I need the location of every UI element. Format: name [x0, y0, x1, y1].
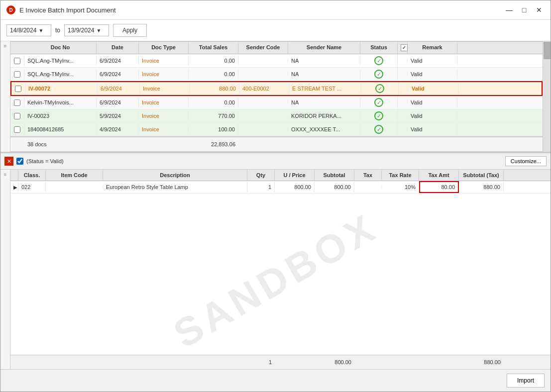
row3-remark-check — [399, 87, 409, 91]
top-grid-scrollbar[interactable] — [543, 41, 551, 152]
row5-remark: Valid — [408, 111, 457, 121]
brow1-qty: 1 — [247, 182, 275, 192]
summary-total: 22,893.06 — [189, 139, 238, 149]
row3-docno: IV-00072 — [25, 84, 98, 94]
row6-checkbox[interactable] — [10, 124, 24, 135]
title-bar: D E Invoice Batch Import Document — □ ✕ — [0, 0, 551, 20]
summary-blank6 — [360, 139, 398, 149]
table-row[interactable]: SQL.Ang-TMyInv... 6/9/2024 Invoice 0.00 … — [10, 54, 543, 68]
filter-remove-button[interactable]: ✕ — [4, 157, 13, 166]
bsum-qty: 1 — [247, 357, 275, 367]
row6-sendercode — [238, 127, 288, 131]
table-row[interactable]: 184008412685 4/9/2024 Invoice 100.00 OXX… — [10, 123, 543, 136]
app-icon: D — [6, 5, 15, 14]
minimize-button[interactable]: — — [504, 4, 515, 15]
row2-docno: SQL.Ang-TMyInv... — [24, 69, 97, 79]
bheader-taxamt: Tax Amt — [419, 170, 459, 181]
row6-docno: 184008412685 — [24, 124, 97, 134]
bheader-qty: Qty — [247, 170, 275, 181]
row1-remark-check — [398, 59, 408, 63]
row3-checkbox[interactable] — [11, 84, 25, 94]
import-button[interactable]: Import — [507, 374, 545, 388]
bsum-blank4 — [275, 357, 315, 367]
row1-date: 6/9/2024 — [97, 56, 139, 66]
row2-doctype: Invoice — [139, 69, 189, 79]
table-row[interactable]: SQL.Ang-TMyInv... 6/9/2024 Invoice 0.00 … — [10, 68, 543, 81]
top-grid-drag-handle: ≡ — [4, 43, 7, 49]
bheader-desc: Description — [103, 170, 247, 181]
summary-docs-count: 38 docs — [24, 139, 97, 149]
row5-doctype: Invoice — [139, 111, 189, 121]
row6-remark-check — [398, 127, 408, 131]
row4-sendercode — [238, 100, 288, 104]
import-bar: Import — [0, 369, 551, 392]
maximize-button[interactable]: □ — [519, 4, 530, 15]
content-area: ≡ Doc No Date Doc Type Total Sales Sende… — [0, 41, 551, 392]
table-row[interactable]: IV-00023 5/9/2024 Invoice 770.00 KORIDOR… — [10, 109, 543, 123]
top-grid-section: ≡ Doc No Date Doc Type Total Sales Sende… — [0, 41, 551, 153]
summary-blank5 — [288, 139, 360, 149]
row5-sendercode — [238, 114, 288, 118]
row4-remark-check — [398, 100, 408, 104]
table-row[interactable]: Kelvin-TMyInvois... 6/9/2024 Invoice 0.0… — [10, 96, 543, 109]
bsum-blank1 — [18, 357, 46, 367]
bheader-indicator — [10, 170, 18, 181]
date-from-input[interactable]: 14/8/2024 ▼ — [6, 24, 51, 36]
bsum-subtotaltax: 880.00 — [459, 357, 504, 367]
header-status: Status — [360, 42, 398, 54]
row1-sendername: NA — [288, 56, 360, 66]
customize-button[interactable]: Customize... — [505, 156, 547, 166]
row3-sendername: E STREAM TEST ... — [289, 84, 361, 94]
filter-checkbox[interactable] — [16, 158, 23, 165]
row3-status: ✓ — [361, 82, 399, 95]
row5-checkbox[interactable] — [10, 111, 24, 121]
status-icon: ✓ — [374, 98, 383, 107]
close-button[interactable]: ✕ — [534, 4, 545, 15]
row2-sendername: NA — [288, 69, 360, 79]
brow1-itemcode — [46, 185, 103, 189]
summary-blank4 — [238, 139, 288, 149]
bottom-grid-drag-handle: ≡ — [4, 172, 7, 177]
table-row[interactable]: ▶ IV-00072 6/9/2024 Invoice 880.00 400-E… — [10, 81, 543, 96]
remark-header-checkbox[interactable]: ✓ — [401, 44, 408, 51]
bottom-grid-header: Class. Item Code Description Qty U / Pri… — [10, 170, 551, 181]
row1-sendercode — [238, 59, 288, 63]
header-docno: Doc No — [24, 42, 97, 54]
top-grid-body: SQL.Ang-TMyInv... 6/9/2024 Invoice 0.00 … — [10, 54, 543, 136]
row5-totalsales: 770.00 — [189, 111, 238, 121]
summary-blank3 — [139, 139, 189, 149]
date-to-input[interactable]: 13/9/2024 ▼ — [64, 24, 109, 36]
summary-blank2 — [97, 139, 139, 149]
title-controls: — □ ✕ — [504, 4, 545, 15]
scrollbar-thumb[interactable] — [544, 42, 551, 59]
row5-date: 5/9/2024 — [97, 111, 139, 121]
apply-button[interactable]: Apply — [113, 24, 147, 37]
bheader-taxrate: Tax Rate — [382, 170, 419, 181]
bottom-grid-section: SANDBOX ≡ Class. Item Code Description Q… — [0, 170, 551, 392]
row1-checkbox[interactable] — [10, 56, 24, 66]
bottom-summary: 1 800.00 880.00 — [10, 355, 551, 369]
bsum-subtotal: 800.00 — [315, 357, 354, 367]
bsum-blank2 — [46, 357, 103, 367]
brow1-uprice: 800.00 — [275, 182, 315, 192]
row1-remark: Valid — [408, 56, 457, 66]
main-window: D E Invoice Batch Import Document — □ ✕ … — [0, 0, 551, 392]
row5-docno: IV-00023 — [24, 111, 97, 121]
brow1-desc: European Retro Style Table Lamp — [103, 182, 247, 192]
brow1-taxamt: 80.00 — [419, 181, 459, 193]
row2-checkbox[interactable] — [10, 69, 24, 80]
filter-bar: ✕ (Status = Valid) Customize... — [0, 153, 551, 170]
header-sendername: Sender Name — [288, 42, 360, 54]
row4-checkbox[interactable] — [10, 98, 24, 108]
row2-sendercode — [238, 72, 288, 76]
brow1-subtotal: 800.00 — [315, 182, 354, 192]
row2-remark-check — [398, 72, 408, 76]
row4-docno: Kelvin-TMyInvois... — [24, 98, 97, 107]
header-remark: Remark — [408, 42, 457, 54]
bottom-table-row[interactable]: ▶ 022 European Retro Style Table Lamp 1 … — [10, 181, 551, 194]
bheader-itemcode: Item Code — [46, 170, 103, 181]
status-icon: ✓ — [375, 84, 384, 93]
brow1-subtotaltax: 880.00 — [459, 182, 504, 192]
status-icon: ✓ — [374, 111, 383, 120]
header-totalsales: Total Sales — [189, 42, 238, 54]
